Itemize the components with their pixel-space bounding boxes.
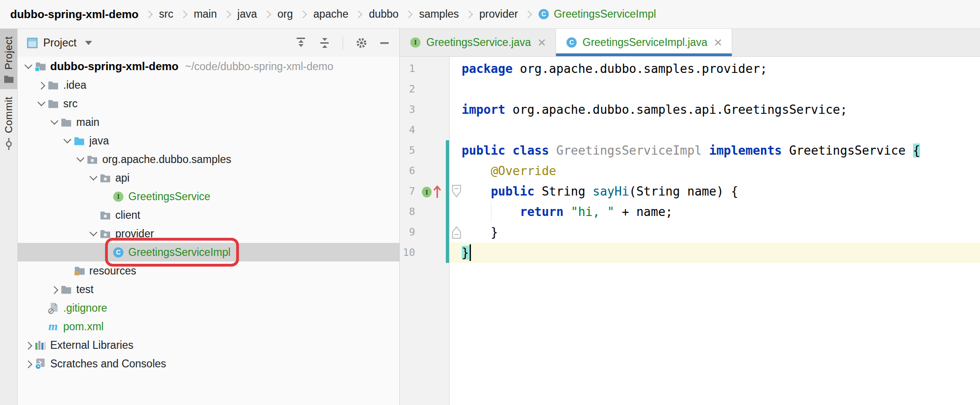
project-tool-window: Project dubbo-spr: [18, 29, 400, 405]
chevron-right-icon[interactable]: [48, 287, 61, 292]
current-line-highlight: [450, 242, 980, 263]
tree-row-label: .gitignore: [63, 302, 107, 314]
commit-icon: [4, 138, 14, 150]
tree-row-idea[interactable]: .idea: [18, 76, 399, 94]
chevron-down-icon[interactable]: [35, 101, 48, 106]
line-number: 7: [400, 181, 415, 202]
interface-icon: I: [113, 191, 128, 202]
tree-row-client[interactable]: client: [18, 206, 399, 224]
gear-icon[interactable]: [355, 37, 368, 49]
class-icon: C: [566, 37, 577, 48]
tree-row-greetingsservice[interactable]: IGreetingsService: [18, 187, 399, 206]
chevron-down-icon[interactable]: [87, 175, 100, 181]
line-number: 2: [400, 79, 415, 99]
stripe-commit-button[interactable]: Commit: [0, 89, 17, 156]
tree-row-api[interactable]: api: [18, 169, 399, 187]
tree-row-label: java: [89, 135, 109, 147]
tree-row-test[interactable]: test: [18, 280, 399, 299]
breadcrumb-separator: [223, 10, 231, 18]
project-tree: dubbo-spring-xml-demo~/code/dubbo-spring…: [18, 57, 399, 405]
hide-panel-button[interactable]: [380, 38, 389, 47]
breadcrumb-item-apache[interactable]: apache: [313, 8, 348, 20]
tab-label: GreetingsServiceImpl.java: [583, 36, 707, 49]
tree-row-label: .idea: [63, 79, 86, 91]
line-number: 5: [400, 140, 415, 161]
chevron-down-icon[interactable]: [48, 119, 61, 125]
breadcrumb-item-java[interactable]: java: [238, 8, 257, 20]
line-number: 9: [400, 222, 415, 242]
tree-row-java[interactable]: java: [18, 131, 399, 150]
tree-row-label: GreetingsServiceImpl: [128, 246, 231, 259]
code-line[interactable]: 9 }: [400, 222, 980, 242]
breadcrumb-item-dubbo[interactable]: dubbo: [369, 8, 398, 20]
class-icon: C: [113, 247, 128, 258]
breadcrumb-item-provider[interactable]: provider: [479, 8, 518, 20]
expand-all-button[interactable]: [295, 37, 307, 49]
chevron-down-icon[interactable]: [85, 41, 92, 45]
tree-row-resources[interactable]: resources: [18, 261, 399, 280]
tab-close-icon[interactable]: [715, 39, 722, 46]
breadcrumb-item-samples[interactable]: samples: [419, 8, 459, 20]
active-tab-underline: [556, 53, 732, 56]
tab-close-icon[interactable]: [538, 39, 545, 46]
chevron-down-icon[interactable]: [87, 231, 100, 236]
tool-stripe: Project Commit: [0, 29, 18, 405]
folder-icon: [48, 99, 63, 108]
tree-row-dubbo-spring-xml-demo[interactable]: dubbo-spring-xml-demo~/code/dubbo-spring…: [18, 57, 399, 76]
breadcrumb-item-src[interactable]: src: [159, 8, 173, 20]
tree-row-label: api: [115, 172, 130, 184]
code-line[interactable]: 5public class GreetingsServiceImpl imple…: [400, 140, 980, 161]
fold-end-marker[interactable]: [451, 225, 462, 239]
editor[interactable]: 1package org.apache.dubbo.samples.provid…: [400, 57, 980, 405]
implements-gutter-icon[interactable]: I: [421, 185, 442, 199]
vcs-change-bar[interactable]: [446, 140, 449, 263]
code-line[interactable]: 10}: [400, 242, 980, 263]
chevron-right-icon[interactable]: [22, 361, 35, 366]
code-line[interactable]: 1package org.apache.dubbo.samples.provid…: [400, 59, 980, 79]
tree-row-gitignore[interactable]: .gitignore: [18, 299, 399, 317]
tab-greetingsservice-java[interactable]: IGreetingsService.java: [400, 29, 556, 56]
tree-row-org-apache-dubbo-samples[interactable]: org.apache.dubbo.samples: [18, 150, 399, 169]
breadcrumb-separator: [145, 10, 152, 18]
code-line[interactable]: 2: [400, 79, 980, 99]
line-number: 10: [400, 242, 415, 263]
project-panel-title[interactable]: Project: [43, 37, 77, 49]
line-number: 4: [400, 120, 415, 140]
code-text: }: [462, 242, 469, 263]
tree-row-label: main: [76, 116, 99, 129]
fold-start-marker[interactable]: [451, 184, 462, 198]
breadcrumb-separator: [299, 10, 307, 18]
breadcrumb-item-main[interactable]: main: [194, 8, 217, 20]
package-icon: [100, 173, 115, 183]
tab-greetingsserviceimpl-java[interactable]: CGreetingsServiceImpl.java: [556, 29, 732, 56]
chevron-right-icon[interactable]: [22, 342, 35, 348]
chevron-down-icon[interactable]: [22, 64, 35, 69]
breadcrumb-item-greetingsserviceimpl[interactable]: CGreetingsServiceImpl: [538, 8, 656, 20]
tree-row-pom-xml[interactable]: mpom.xml: [18, 317, 399, 336]
breadcrumb: dubbo-spring-xml-demosrcmainjavaorgapach…: [0, 0, 980, 29]
tree-row-main[interactable]: main: [18, 113, 399, 131]
code-text: public class GreetingsServiceImpl implem…: [462, 140, 920, 161]
chevron-right-icon[interactable]: [35, 82, 48, 88]
chevron-down-icon[interactable]: [61, 138, 74, 144]
breadcrumb-item-org[interactable]: org: [278, 8, 293, 20]
code-line[interactable]: 4: [400, 120, 980, 140]
code-line[interactable]: 7I public String sayHi(String name) {: [400, 181, 980, 202]
collapse-all-button[interactable]: [319, 37, 331, 49]
tree-row-greetingsserviceimpl[interactable]: CGreetingsServiceImpl: [18, 243, 399, 261]
code-line[interactable]: 3import org.apache.dubbo.samples.api.Gre…: [400, 99, 980, 120]
folder-icon: [48, 80, 63, 90]
code-line[interactable]: 8 return "hi, " + name;: [400, 202, 980, 222]
code-line[interactable]: 6 @Override: [400, 161, 980, 181]
breadcrumb-item-dubbo-spring-xml-demo[interactable]: dubbo-spring-xml-demo: [10, 8, 139, 21]
tree-row-scratches-and-consoles[interactable]: Scratches and Consoles: [18, 354, 399, 373]
tree-row-path: ~/code/dubbo-spring-xml-demo: [185, 60, 333, 73]
package-icon: [100, 210, 115, 220]
tree-row-external-libraries[interactable]: External Libraries: [18, 336, 399, 354]
breadcrumb-separator: [405, 10, 413, 18]
tree-row-src[interactable]: src: [18, 94, 399, 113]
stripe-project-button[interactable]: Project: [0, 29, 17, 89]
tree-row-provider[interactable]: provider: [18, 224, 399, 243]
folder-root-icon: [35, 62, 50, 72]
chevron-down-icon[interactable]: [74, 157, 87, 162]
